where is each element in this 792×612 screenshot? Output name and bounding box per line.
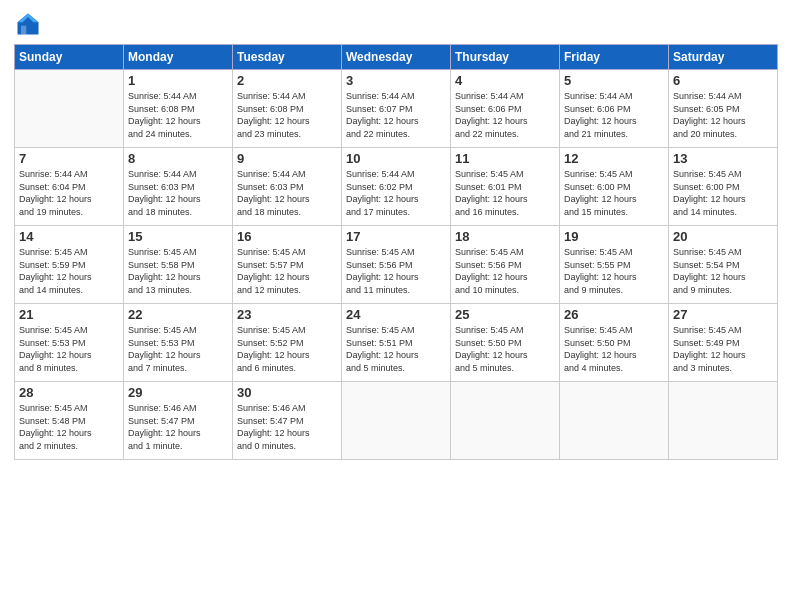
day-cell: 9Sunrise: 5:44 AM Sunset: 6:03 PM Daylig… <box>233 148 342 226</box>
day-info: Sunrise: 5:45 AM Sunset: 5:55 PM Dayligh… <box>564 246 664 296</box>
day-cell: 5Sunrise: 5:44 AM Sunset: 6:06 PM Daylig… <box>560 70 669 148</box>
day-cell: 15Sunrise: 5:45 AM Sunset: 5:58 PM Dayli… <box>124 226 233 304</box>
day-info: Sunrise: 5:44 AM Sunset: 6:03 PM Dayligh… <box>237 168 337 218</box>
day-number: 20 <box>673 229 773 244</box>
day-cell: 20Sunrise: 5:45 AM Sunset: 5:54 PM Dayli… <box>669 226 778 304</box>
week-row-3: 21Sunrise: 5:45 AM Sunset: 5:53 PM Dayli… <box>15 304 778 382</box>
day-number: 28 <box>19 385 119 400</box>
day-cell: 21Sunrise: 5:45 AM Sunset: 5:53 PM Dayli… <box>15 304 124 382</box>
week-row-2: 14Sunrise: 5:45 AM Sunset: 5:59 PM Dayli… <box>15 226 778 304</box>
day-cell: 22Sunrise: 5:45 AM Sunset: 5:53 PM Dayli… <box>124 304 233 382</box>
day-cell: 4Sunrise: 5:44 AM Sunset: 6:06 PM Daylig… <box>451 70 560 148</box>
day-number: 6 <box>673 73 773 88</box>
day-info: Sunrise: 5:45 AM Sunset: 5:57 PM Dayligh… <box>237 246 337 296</box>
day-number: 11 <box>455 151 555 166</box>
day-number: 21 <box>19 307 119 322</box>
weekday-header-tuesday: Tuesday <box>233 45 342 70</box>
day-info: Sunrise: 5:44 AM Sunset: 6:08 PM Dayligh… <box>128 90 228 140</box>
day-number: 2 <box>237 73 337 88</box>
day-number: 9 <box>237 151 337 166</box>
day-info: Sunrise: 5:44 AM Sunset: 6:06 PM Dayligh… <box>564 90 664 140</box>
day-number: 4 <box>455 73 555 88</box>
day-number: 19 <box>564 229 664 244</box>
day-cell: 6Sunrise: 5:44 AM Sunset: 6:05 PM Daylig… <box>669 70 778 148</box>
day-number: 17 <box>346 229 446 244</box>
weekday-header-friday: Friday <box>560 45 669 70</box>
day-cell: 11Sunrise: 5:45 AM Sunset: 6:01 PM Dayli… <box>451 148 560 226</box>
day-info: Sunrise: 5:46 AM Sunset: 5:47 PM Dayligh… <box>128 402 228 452</box>
day-number: 24 <box>346 307 446 322</box>
day-number: 18 <box>455 229 555 244</box>
day-number: 14 <box>19 229 119 244</box>
day-cell: 18Sunrise: 5:45 AM Sunset: 5:56 PM Dayli… <box>451 226 560 304</box>
day-info: Sunrise: 5:44 AM Sunset: 6:02 PM Dayligh… <box>346 168 446 218</box>
header <box>14 10 778 38</box>
day-info: Sunrise: 5:45 AM Sunset: 5:56 PM Dayligh… <box>346 246 446 296</box>
day-info: Sunrise: 5:45 AM Sunset: 5:53 PM Dayligh… <box>128 324 228 374</box>
day-number: 15 <box>128 229 228 244</box>
weekday-header-saturday: Saturday <box>669 45 778 70</box>
weekday-header-sunday: Sunday <box>15 45 124 70</box>
day-number: 8 <box>128 151 228 166</box>
day-number: 23 <box>237 307 337 322</box>
week-row-4: 28Sunrise: 5:45 AM Sunset: 5:48 PM Dayli… <box>15 382 778 460</box>
day-info: Sunrise: 5:45 AM Sunset: 6:00 PM Dayligh… <box>673 168 773 218</box>
day-number: 13 <box>673 151 773 166</box>
day-cell: 13Sunrise: 5:45 AM Sunset: 6:00 PM Dayli… <box>669 148 778 226</box>
day-number: 30 <box>237 385 337 400</box>
day-cell: 12Sunrise: 5:45 AM Sunset: 6:00 PM Dayli… <box>560 148 669 226</box>
day-cell: 25Sunrise: 5:45 AM Sunset: 5:50 PM Dayli… <box>451 304 560 382</box>
day-info: Sunrise: 5:45 AM Sunset: 5:58 PM Dayligh… <box>128 246 228 296</box>
day-cell: 8Sunrise: 5:44 AM Sunset: 6:03 PM Daylig… <box>124 148 233 226</box>
day-number: 1 <box>128 73 228 88</box>
day-cell: 3Sunrise: 5:44 AM Sunset: 6:07 PM Daylig… <box>342 70 451 148</box>
day-number: 26 <box>564 307 664 322</box>
day-cell: 26Sunrise: 5:45 AM Sunset: 5:50 PM Dayli… <box>560 304 669 382</box>
day-info: Sunrise: 5:45 AM Sunset: 5:54 PM Dayligh… <box>673 246 773 296</box>
day-cell <box>560 382 669 460</box>
day-cell <box>15 70 124 148</box>
weekday-header-monday: Monday <box>124 45 233 70</box>
day-cell: 30Sunrise: 5:46 AM Sunset: 5:47 PM Dayli… <box>233 382 342 460</box>
day-cell: 7Sunrise: 5:44 AM Sunset: 6:04 PM Daylig… <box>15 148 124 226</box>
day-info: Sunrise: 5:44 AM Sunset: 6:06 PM Dayligh… <box>455 90 555 140</box>
day-cell: 1Sunrise: 5:44 AM Sunset: 6:08 PM Daylig… <box>124 70 233 148</box>
day-cell <box>342 382 451 460</box>
day-number: 29 <box>128 385 228 400</box>
day-cell <box>451 382 560 460</box>
day-info: Sunrise: 5:45 AM Sunset: 5:51 PM Dayligh… <box>346 324 446 374</box>
day-info: Sunrise: 5:44 AM Sunset: 6:05 PM Dayligh… <box>673 90 773 140</box>
day-cell: 16Sunrise: 5:45 AM Sunset: 5:57 PM Dayli… <box>233 226 342 304</box>
day-info: Sunrise: 5:45 AM Sunset: 5:56 PM Dayligh… <box>455 246 555 296</box>
weekday-header-row: SundayMondayTuesdayWednesdayThursdayFrid… <box>15 45 778 70</box>
day-cell: 10Sunrise: 5:44 AM Sunset: 6:02 PM Dayli… <box>342 148 451 226</box>
page: SundayMondayTuesdayWednesdayThursdayFrid… <box>0 0 792 612</box>
day-number: 12 <box>564 151 664 166</box>
day-number: 10 <box>346 151 446 166</box>
day-info: Sunrise: 5:45 AM Sunset: 5:53 PM Dayligh… <box>19 324 119 374</box>
day-cell <box>669 382 778 460</box>
logo-icon <box>14 10 42 38</box>
day-number: 5 <box>564 73 664 88</box>
day-number: 22 <box>128 307 228 322</box>
weekday-header-thursday: Thursday <box>451 45 560 70</box>
day-cell: 19Sunrise: 5:45 AM Sunset: 5:55 PM Dayli… <box>560 226 669 304</box>
day-info: Sunrise: 5:44 AM Sunset: 6:03 PM Dayligh… <box>128 168 228 218</box>
week-row-1: 7Sunrise: 5:44 AM Sunset: 6:04 PM Daylig… <box>15 148 778 226</box>
weekday-header-wednesday: Wednesday <box>342 45 451 70</box>
day-info: Sunrise: 5:45 AM Sunset: 5:49 PM Dayligh… <box>673 324 773 374</box>
day-cell: 28Sunrise: 5:45 AM Sunset: 5:48 PM Dayli… <box>15 382 124 460</box>
logo <box>14 10 46 38</box>
day-number: 25 <box>455 307 555 322</box>
day-number: 27 <box>673 307 773 322</box>
day-number: 3 <box>346 73 446 88</box>
day-number: 16 <box>237 229 337 244</box>
day-info: Sunrise: 5:45 AM Sunset: 5:52 PM Dayligh… <box>237 324 337 374</box>
day-info: Sunrise: 5:45 AM Sunset: 5:48 PM Dayligh… <box>19 402 119 452</box>
day-info: Sunrise: 5:45 AM Sunset: 6:00 PM Dayligh… <box>564 168 664 218</box>
day-cell: 2Sunrise: 5:44 AM Sunset: 6:08 PM Daylig… <box>233 70 342 148</box>
svg-rect-2 <box>21 26 26 35</box>
day-info: Sunrise: 5:45 AM Sunset: 5:50 PM Dayligh… <box>564 324 664 374</box>
day-cell: 17Sunrise: 5:45 AM Sunset: 5:56 PM Dayli… <box>342 226 451 304</box>
day-number: 7 <box>19 151 119 166</box>
